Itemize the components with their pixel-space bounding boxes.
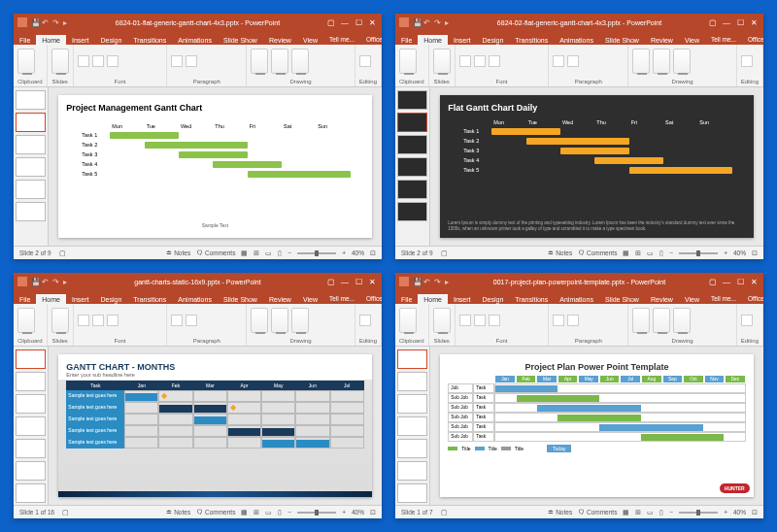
view-reading-icon[interactable]: ▭ bbox=[265, 509, 272, 516]
zoom-slider[interactable] bbox=[297, 252, 336, 254]
find-icon[interactable] bbox=[359, 315, 371, 326]
paste-button[interactable] bbox=[17, 49, 35, 74]
thumbnail-3[interactable] bbox=[397, 394, 427, 414]
tab-review[interactable]: Review bbox=[263, 35, 297, 45]
gantt-bar[interactable] bbox=[517, 395, 599, 402]
gantt-bar[interactable] bbox=[526, 138, 629, 145]
zoom-in-icon[interactable]: + bbox=[342, 509, 346, 515]
fit-icon[interactable]: ⊡ bbox=[370, 509, 376, 516]
ribbon-opts-icon[interactable]: ▢ bbox=[707, 278, 719, 286]
tab-officeti[interactable]: Office Ti... bbox=[360, 34, 382, 45]
tab-view[interactable]: View bbox=[297, 294, 323, 304]
view-sorter-icon[interactable]: ⊞ bbox=[253, 509, 259, 516]
thumbnail-6[interactable] bbox=[16, 202, 46, 221]
thumbnail-5[interactable] bbox=[16, 439, 46, 458]
font-box[interactable] bbox=[459, 55, 471, 67]
tab-slide-show[interactable]: Slide Show bbox=[218, 35, 263, 45]
start-icon[interactable]: ▸ bbox=[63, 18, 71, 26]
minimize-icon[interactable]: — bbox=[721, 18, 732, 27]
find-icon[interactable] bbox=[741, 315, 753, 326]
milestone-icon[interactable]: ◆ bbox=[161, 391, 167, 400]
zoom-level[interactable]: 40% bbox=[352, 249, 364, 256]
tab-transitions[interactable]: Transitions bbox=[509, 35, 554, 45]
shapes-button[interactable] bbox=[632, 308, 650, 333]
font-box[interactable] bbox=[459, 315, 471, 326]
paste-button[interactable] bbox=[399, 308, 417, 333]
gantt-bar[interactable] bbox=[641, 434, 724, 441]
gantt-bar[interactable] bbox=[110, 132, 179, 139]
redo-icon[interactable]: ↷ bbox=[434, 18, 442, 26]
thumbnail-6[interactable] bbox=[16, 461, 46, 481]
tab-view[interactable]: View bbox=[679, 35, 705, 45]
tab-slide-show[interactable]: Slide Show bbox=[599, 35, 645, 45]
minimize-icon[interactable]: — bbox=[339, 18, 351, 27]
comments-button[interactable]: 🗨 Comments bbox=[578, 249, 617, 256]
tab-officeti[interactable]: Office Ti... bbox=[360, 293, 382, 304]
tab-tellme[interactable]: Tell me... bbox=[323, 293, 360, 304]
view-normal-icon[interactable]: ▦ bbox=[623, 249, 629, 257]
tab-slide-show[interactable]: Slide Show bbox=[218, 294, 263, 304]
tab-animations[interactable]: Animations bbox=[172, 294, 218, 304]
arrange-button[interactable] bbox=[653, 308, 670, 333]
save-icon[interactable]: 💾 bbox=[31, 278, 39, 285]
shapes-button[interactable] bbox=[632, 49, 650, 74]
find-icon[interactable] bbox=[741, 55, 753, 67]
close-icon[interactable]: ✕ bbox=[366, 18, 378, 27]
tab-file[interactable]: File bbox=[14, 294, 36, 304]
view-reading-icon[interactable]: ▭ bbox=[647, 509, 654, 516]
quickstyles-button[interactable] bbox=[291, 308, 309, 333]
new-slide-button[interactable] bbox=[433, 308, 451, 333]
gantt-bar[interactable] bbox=[159, 405, 191, 413]
maximize-icon[interactable]: ☐ bbox=[353, 18, 364, 27]
arrange-button[interactable] bbox=[271, 49, 288, 74]
start-icon[interactable]: ▸ bbox=[63, 278, 71, 285]
save-icon[interactable]: 💾 bbox=[413, 278, 421, 285]
ribbon-opts-icon[interactable]: ▢ bbox=[325, 278, 337, 286]
quickstyles-button[interactable] bbox=[673, 308, 691, 333]
start-icon[interactable]: ▸ bbox=[445, 278, 453, 285]
zoom-slider[interactable] bbox=[679, 252, 718, 254]
maximize-icon[interactable]: ☐ bbox=[353, 278, 364, 286]
tab-design[interactable]: Design bbox=[476, 35, 509, 45]
gantt-bar[interactable] bbox=[213, 161, 282, 168]
thumbnail-5[interactable] bbox=[397, 439, 427, 458]
gantt-bar[interactable] bbox=[194, 405, 226, 413]
zoom-in-icon[interactable]: + bbox=[724, 249, 727, 256]
thumbnail-2[interactable] bbox=[16, 113, 46, 132]
tab-officeti[interactable]: Office Ti... bbox=[742, 34, 763, 45]
redo-icon[interactable]: ↷ bbox=[52, 278, 60, 285]
thumbnail-1[interactable] bbox=[397, 90, 427, 110]
arrange-button[interactable] bbox=[653, 49, 670, 74]
minimize-icon[interactable]: — bbox=[339, 278, 351, 286]
thumbnail-4[interactable] bbox=[397, 157, 427, 177]
zoom-level[interactable]: 40% bbox=[352, 509, 364, 515]
undo-icon[interactable]: ↶ bbox=[42, 278, 50, 285]
close-icon[interactable]: ✕ bbox=[748, 278, 760, 286]
tab-transitions[interactable]: Transitions bbox=[127, 35, 172, 45]
view-normal-icon[interactable]: ▦ bbox=[623, 509, 629, 516]
tab-file[interactable]: File bbox=[395, 35, 418, 45]
tab-home[interactable]: Home bbox=[418, 35, 448, 45]
comments-button[interactable]: 🗨 Comments bbox=[578, 509, 617, 515]
thumbnail-4[interactable] bbox=[16, 416, 46, 436]
slide-canvas[interactable]: Flat Gantt Chart Daily MonTueWedThuFriSa… bbox=[440, 95, 753, 238]
footnote-text[interactable]: Lorem Ipsum is simply dummy text of the … bbox=[448, 220, 745, 232]
tab-tellme[interactable]: Tell me... bbox=[705, 34, 742, 45]
undo-icon[interactable]: ↶ bbox=[423, 18, 431, 26]
tab-view[interactable]: View bbox=[297, 35, 323, 45]
zoom-out-icon[interactable]: − bbox=[287, 509, 291, 515]
tab-insert[interactable]: Insert bbox=[66, 294, 95, 304]
tab-insert[interactable]: Insert bbox=[448, 35, 477, 45]
slide-title[interactable]: Flat Gantt Chart Daily bbox=[448, 103, 745, 113]
close-icon[interactable]: ✕ bbox=[366, 278, 378, 286]
zoom-out-icon[interactable]: − bbox=[669, 249, 673, 256]
tab-file[interactable]: File bbox=[14, 35, 36, 45]
minimize-icon[interactable]: — bbox=[721, 278, 732, 286]
maximize-icon[interactable]: ☐ bbox=[734, 278, 746, 286]
slide-canvas[interactable]: Project Management Gantt Chart MonTueWed… bbox=[58, 95, 371, 238]
tab-file[interactable]: File bbox=[395, 294, 418, 304]
new-slide-button[interactable] bbox=[51, 308, 69, 333]
thumbnail-4[interactable] bbox=[16, 157, 46, 177]
zoom-out-icon[interactable]: − bbox=[287, 249, 291, 256]
gantt-bar[interactable] bbox=[491, 128, 560, 135]
